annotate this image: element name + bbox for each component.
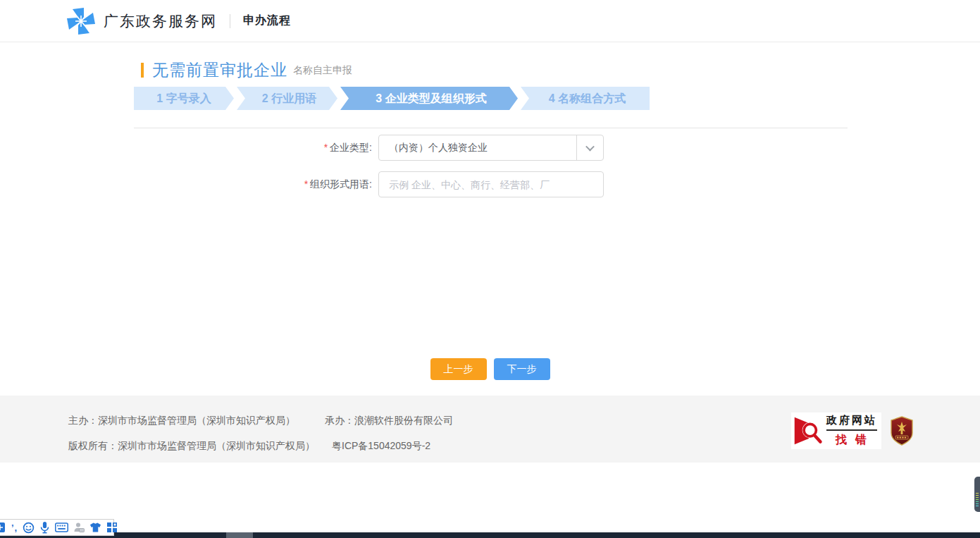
- ime-skin-icon[interactable]: [89, 522, 101, 533]
- footer-copyright: 版权所有：深圳市市场监督管理局（深圳市知识产权局）: [68, 440, 315, 451]
- form-row-enterprise-type: *企业类型: （内资）个人独资企业: [134, 135, 604, 161]
- ime-toolbox-icon[interactable]: [106, 522, 118, 533]
- error-badge-title: 政府网站: [826, 414, 877, 431]
- enterprise-type-label: *企业类型:: [134, 142, 372, 154]
- content-divider: [134, 128, 848, 128]
- prev-step-button[interactable]: 上一步: [430, 358, 487, 380]
- enterprise-type-selected-value: （内资）个人独资企业: [379, 135, 576, 160]
- ime-toolbar[interactable]: ’,: [0, 519, 114, 536]
- footer-icp: 粤ICP备15042059号-2: [332, 440, 430, 451]
- page-subtitle: 名称自主申报: [293, 64, 352, 77]
- ime-account-icon[interactable]: [73, 522, 85, 533]
- side-scroll-widget[interactable]: [974, 477, 980, 512]
- page-title-row: 无需前置审批企业 名称自主申报: [141, 59, 352, 81]
- taskbar-strip: [0, 532, 980, 538]
- ime-microphone-icon[interactable]: [39, 521, 50, 534]
- form-row-org-form: *组织形式用语:: [134, 171, 604, 197]
- site-name: 广东政务服务网: [104, 11, 217, 31]
- org-form-label: *组织形式用语:: [134, 178, 372, 191]
- step-tab-1[interactable]: 1 字号录入: [134, 87, 234, 110]
- select-dropdown-button[interactable]: [576, 135, 603, 160]
- next-step-button[interactable]: 下一步: [494, 358, 550, 380]
- footer-undertaker: 承办：浪潮软件股份有限公司: [325, 415, 453, 426]
- step-tab-3-active[interactable]: 3 企业类型及组织形式: [340, 87, 518, 110]
- taskbar-item[interactable]: [226, 532, 253, 538]
- page-section-title: 申办流程: [243, 13, 291, 28]
- site-logo-pinwheel-icon: [67, 8, 95, 35]
- step-tab-4[interactable]: 4 名称组合方式: [521, 87, 650, 110]
- step-tabs: 1 字号录入 2 行业用语 3 企业类型及组织形式 4 名称组合方式: [134, 87, 650, 110]
- enterprise-type-select[interactable]: （内资）个人独资企业: [378, 135, 604, 161]
- header: 广东政务服务网 申办流程: [0, 0, 980, 42]
- required-mark: *: [324, 142, 328, 153]
- gov-website-error-report-badge[interactable]: 政府网站 找错: [791, 412, 881, 449]
- footer-badges: 政府网站 找错: [791, 412, 914, 449]
- title-accent-bar: [141, 63, 144, 78]
- gov-site-shield-badge-icon[interactable]: [890, 416, 914, 446]
- footer-host-line: 主办：深圳市市场监督管理局（深圳市知识产权局）承办：浪潮软件股份有限公司: [68, 415, 453, 427]
- org-form-input[interactable]: [378, 171, 604, 197]
- required-mark: *: [304, 178, 308, 190]
- footer-host: 主办：深圳市市场监督管理局（深圳市知识产权局）: [68, 415, 295, 426]
- ime-emoji-icon[interactable]: [23, 522, 35, 534]
- ime-keyboard-icon[interactable]: [55, 522, 68, 532]
- error-report-magnifier-icon: [793, 415, 824, 446]
- footer: 主办：深圳市市场监督管理局（深圳市知识产权局）承办：浪潮软件股份有限公司 版权所…: [0, 396, 980, 463]
- ime-punctuation-icon[interactable]: ’,: [11, 522, 18, 533]
- chevron-down-icon: [585, 142, 595, 152]
- footer-copyright-line: 版权所有：深圳市市场监督管理局（深圳市知识产权局）粤ICP备15042059号-…: [68, 440, 430, 453]
- ime-logo-icon[interactable]: [0, 522, 6, 533]
- wizard-buttons: 上一步 下一步: [0, 358, 980, 380]
- header-divider: [230, 14, 230, 28]
- screen: 广东政务服务网 申办流程 无需前置审批企业 名称自主申报 1 字号录入 2 行业…: [0, 0, 980, 538]
- page-title: 无需前置审批企业: [152, 59, 287, 81]
- error-badge-subtitle: 找错: [826, 433, 877, 448]
- step-tab-2[interactable]: 2 行业用语: [237, 87, 337, 110]
